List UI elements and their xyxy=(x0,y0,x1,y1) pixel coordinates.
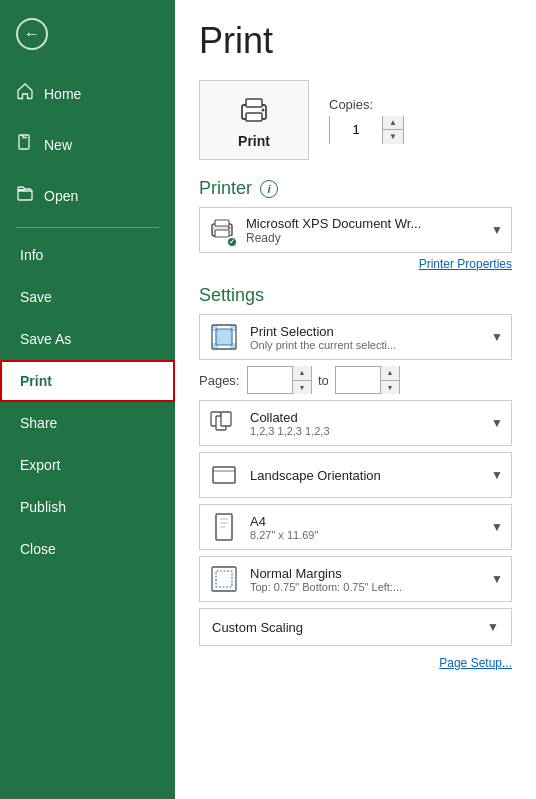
collated-text: Collated 1,2,3 1,2,3 1,2,3 xyxy=(250,410,491,437)
scaling-dropdown[interactable]: Custom Scaling ▼ xyxy=(199,608,512,646)
pages-to-input-box: ▲ ▼ xyxy=(335,366,400,394)
copies-area: Copies: ▲ ▼ xyxy=(329,97,404,144)
copies-label: Copies: xyxy=(329,97,373,112)
orientation-dropdown[interactable]: Landscape Orientation ▼ xyxy=(199,452,512,498)
sidebar-item-saveas[interactable]: Save As xyxy=(0,318,175,360)
printer-ready-badge xyxy=(226,236,238,248)
orientation-icon xyxy=(208,459,240,491)
print-selection-icon xyxy=(208,321,240,353)
sidebar-item-new-label: New xyxy=(44,137,72,153)
margins-sub: Top: 0.75" Bottom: 0.75" Left:... xyxy=(250,581,491,593)
back-arrow-icon: ← xyxy=(24,26,40,42)
print-button[interactable]: Print xyxy=(199,80,309,160)
pages-from-input[interactable] xyxy=(248,367,292,393)
pages-to-up[interactable]: ▲ xyxy=(381,366,399,381)
printer-properties-link[interactable]: Printer Properties xyxy=(199,257,512,271)
pages-to-input[interactable] xyxy=(336,367,380,393)
printer-icon-area xyxy=(208,214,236,246)
main-content: Print Print Copies: ▲ ▼ Printer xyxy=(175,0,536,799)
sidebar-item-share[interactable]: Share xyxy=(0,402,175,444)
orientation-main: Landscape Orientation xyxy=(250,468,491,483)
sidebar: ← Home New Open xyxy=(0,0,175,799)
svg-rect-11 xyxy=(216,329,232,345)
pages-from-arrows: ▲ ▼ xyxy=(292,366,311,394)
copies-arrows: ▲ ▼ xyxy=(382,116,403,144)
margins-dropdown[interactable]: Normal Margins Top: 0.75" Bottom: 0.75" … xyxy=(199,556,512,602)
printer-icon xyxy=(236,91,272,127)
print-what-text: Print Selection Only print the current s… xyxy=(250,324,491,351)
sidebar-item-save[interactable]: Save xyxy=(0,276,175,318)
back-button[interactable]: ← xyxy=(0,0,175,68)
settings-section-header: Settings xyxy=(199,285,512,306)
page-title: Print xyxy=(199,20,512,62)
sidebar-divider xyxy=(16,227,159,228)
collated-arrow: ▼ xyxy=(491,416,503,430)
copies-down-arrow[interactable]: ▼ xyxy=(383,130,403,144)
svg-rect-7 xyxy=(215,220,229,226)
print-what-sub: Only print the current selecti... xyxy=(250,339,491,351)
printer-section-title: Printer xyxy=(199,178,252,199)
svg-point-5 xyxy=(262,109,265,112)
sidebar-item-home[interactable]: Home xyxy=(0,68,175,119)
printer-section-header: Printer i xyxy=(199,178,512,199)
scaling-arrow: ▼ xyxy=(487,620,499,634)
home-icon xyxy=(16,82,34,105)
printer-dropdown-arrow: ▼ xyxy=(491,223,503,237)
orientation-text: Landscape Orientation xyxy=(250,468,491,483)
svg-rect-16 xyxy=(213,467,235,483)
svg-rect-3 xyxy=(246,99,262,107)
paper-arrow: ▼ xyxy=(491,520,503,534)
sidebar-item-publish[interactable]: Publish xyxy=(0,486,175,528)
paper-sub: 8.27" x 11.69" xyxy=(250,529,491,541)
svg-rect-15 xyxy=(221,412,231,426)
margins-text: Normal Margins Top: 0.75" Bottom: 0.75" … xyxy=(250,566,491,593)
sidebar-item-open-label: Open xyxy=(44,188,78,204)
print-what-dropdown[interactable]: Print Selection Only print the current s… xyxy=(199,314,512,360)
orientation-arrow: ▼ xyxy=(491,468,503,482)
copies-spinner: ▲ ▼ xyxy=(329,116,404,144)
pages-label: Pages: xyxy=(199,373,241,388)
margins-icon xyxy=(208,563,240,595)
pages-to-arrows: ▲ ▼ xyxy=(380,366,399,394)
paper-dropdown[interactable]: A4 8.27" x 11.69" ▼ xyxy=(199,504,512,550)
copies-up-arrow[interactable]: ▲ xyxy=(383,116,403,131)
pages-to-label: to xyxy=(318,373,329,388)
printer-name: Microsoft XPS Document Wr... xyxy=(246,216,491,231)
settings-section: Print Selection Only print the current s… xyxy=(199,314,512,646)
sidebar-item-home-label: Home xyxy=(44,86,81,102)
open-icon xyxy=(16,184,34,207)
pages-from-up[interactable]: ▲ xyxy=(293,366,311,381)
paper-icon xyxy=(208,511,240,543)
sidebar-item-info[interactable]: Info xyxy=(0,234,175,276)
printer-info: Microsoft XPS Document Wr... Ready xyxy=(246,216,491,245)
margins-arrow: ▼ xyxy=(491,572,503,586)
collated-main: Collated xyxy=(250,410,491,425)
copies-input[interactable] xyxy=(330,116,382,144)
printer-dropdown[interactable]: Microsoft XPS Document Wr... Ready ▼ xyxy=(199,207,512,253)
new-icon xyxy=(16,133,34,156)
pages-from-down[interactable]: ▼ xyxy=(293,381,311,395)
svg-rect-4 xyxy=(246,113,262,121)
pages-row: Pages: ▲ ▼ to ▲ ▼ xyxy=(199,366,512,394)
sidebar-item-print[interactable]: Print xyxy=(0,360,175,402)
pages-to-down[interactable]: ▼ xyxy=(381,381,399,395)
sidebar-item-export[interactable]: Export xyxy=(0,444,175,486)
collated-sub: 1,2,3 1,2,3 1,2,3 xyxy=(250,425,491,437)
settings-section-title: Settings xyxy=(199,285,264,306)
sidebar-item-open[interactable]: Open xyxy=(0,170,175,221)
collated-icon xyxy=(208,407,240,439)
sidebar-item-close[interactable]: Close xyxy=(0,528,175,570)
back-circle: ← xyxy=(16,18,48,50)
page-setup-link[interactable]: Page Setup... xyxy=(199,656,512,670)
print-what-arrow: ▼ xyxy=(491,330,503,344)
print-what-main: Print Selection xyxy=(250,324,491,339)
printer-info-icon[interactable]: i xyxy=(260,180,278,198)
svg-rect-8 xyxy=(215,230,229,237)
scaling-text: Custom Scaling xyxy=(212,620,487,635)
paper-text: A4 8.27" x 11.69" xyxy=(250,514,491,541)
print-btn-label: Print xyxy=(238,133,270,149)
collated-dropdown[interactable]: Collated 1,2,3 1,2,3 1,2,3 ▼ xyxy=(199,400,512,446)
sidebar-item-new[interactable]: New xyxy=(0,119,175,170)
paper-main: A4 xyxy=(250,514,491,529)
printer-status: Ready xyxy=(246,231,491,245)
